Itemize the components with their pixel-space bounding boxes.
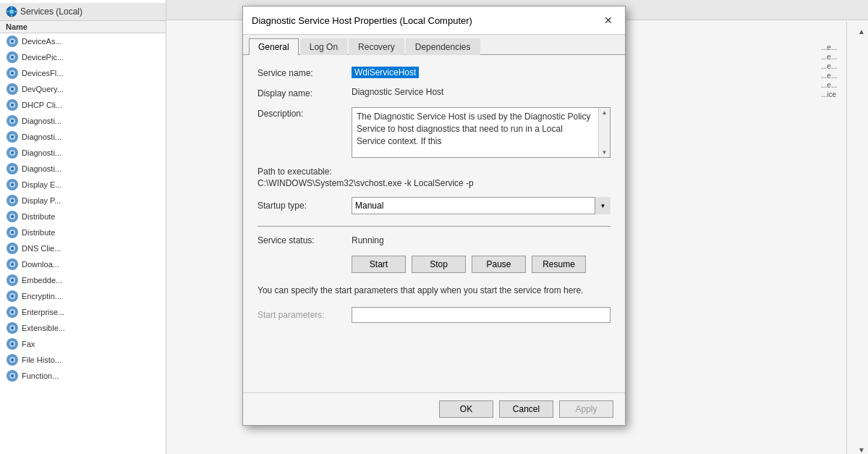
description-scrollbar: ▲ ▼	[598, 108, 610, 157]
resume-button[interactable]: Resume	[532, 256, 586, 273]
status-label: Service status:	[258, 235, 352, 245]
start-params-label: Start parameters:	[258, 310, 352, 320]
tab-logon[interactable]: Log On	[300, 38, 347, 55]
path-section: Path to executable: C:\WINDOWS\System32\…	[258, 167, 610, 188]
dialog-body: Service name: WdiServiceHost Display nam…	[243, 55, 625, 392]
description-label: Description:	[258, 107, 352, 119]
service-name-row: Service name: WdiServiceHost	[258, 67, 610, 78]
stop-button[interactable]: Stop	[412, 256, 466, 273]
dialog-overlay: Diagnostic Service Host Properties (Loca…	[0, 0, 868, 454]
service-name-highlighted: WdiServiceHost	[352, 67, 419, 78]
display-name-row: Display name: Diagnostic Service Host	[258, 87, 610, 98]
pause-button[interactable]: Pause	[472, 256, 526, 273]
status-value: Running	[352, 235, 384, 245]
startup-select-wrapper: Manual Automatic Automatic (Delayed Star…	[352, 197, 610, 214]
start-params-row: Start parameters:	[258, 307, 610, 323]
properties-dialog: Diagnostic Service Host Properties (Loca…	[242, 6, 626, 426]
scroll-down-arrow[interactable]: ▼	[602, 149, 608, 156]
hint-text: You can specify the start parameters tha…	[258, 285, 610, 297]
description-text: The Diagnostic Service Host is used by t…	[352, 108, 598, 157]
dialog-title: Diagnostic Service Host Properties (Loca…	[252, 15, 472, 26]
cancel-button[interactable]: Cancel	[499, 400, 553, 418]
tab-dependencies[interactable]: Dependencies	[406, 38, 480, 55]
start-params-input[interactable]	[352, 307, 610, 323]
tab-recovery[interactable]: Recovery	[349, 38, 404, 55]
startup-label: Startup type:	[258, 201, 352, 211]
scroll-up-arrow[interactable]: ▲	[602, 109, 608, 116]
service-name-value: WdiServiceHost	[352, 67, 610, 78]
action-buttons-row: Start Stop Pause Resume	[258, 256, 610, 273]
dialog-footer: OK Cancel Apply	[243, 392, 625, 425]
description-row: Description: The Diagnostic Service Host…	[258, 107, 610, 158]
path-label: Path to executable:	[258, 167, 610, 177]
service-name-label: Service name:	[258, 67, 352, 78]
status-row: Service status: Running	[258, 235, 610, 245]
close-button[interactable]: ✕	[600, 12, 616, 28]
display-name-value: Diagnostic Service Host	[352, 87, 610, 97]
description-box: The Diagnostic Service Host is used by t…	[352, 107, 610, 158]
divider	[258, 226, 610, 227]
tab-general[interactable]: General	[249, 38, 299, 55]
tab-bar: General Log On Recovery Dependencies	[243, 35, 625, 55]
ok-button[interactable]: OK	[439, 400, 493, 418]
startup-type-select[interactable]: Manual Automatic Automatic (Delayed Star…	[352, 197, 610, 214]
start-button[interactable]: Start	[352, 256, 406, 273]
dialog-titlebar: Diagnostic Service Host Properties (Loca…	[243, 7, 625, 35]
path-value: C:\WINDOWS\System32\svchost.exe -k Local…	[258, 178, 610, 188]
startup-row: Startup type: Manual Automatic Automatic…	[258, 197, 610, 214]
display-name-label: Display name:	[258, 87, 352, 98]
apply-button[interactable]: Apply	[559, 400, 613, 418]
